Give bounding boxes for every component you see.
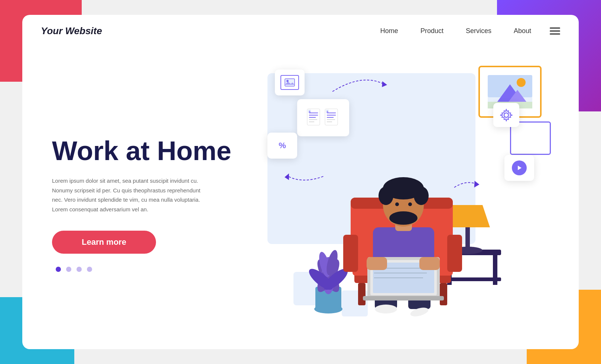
hero-title: Work at Home [52,136,238,166]
svg-point-26 [504,113,509,117]
gear-icon [500,108,513,122]
dot-2[interactable] [66,267,71,272]
hero-illustration: A A % [238,62,556,339]
svg-text:A: A [327,110,328,113]
hero-description: Lorem ipsum dolor sit amet, sea putant s… [52,176,212,214]
site-logo: Your Website [41,25,380,37]
svg-rect-7 [285,79,295,86]
svg-rect-34 [445,277,501,281]
nav-link-home[interactable]: Home [380,27,398,35]
svg-point-57 [375,305,397,313]
play-triangle-icon [516,165,523,171]
svg-rect-49 [440,283,447,305]
svg-rect-75 [367,257,387,270]
image-icon-box [280,75,299,90]
svg-rect-74 [363,296,444,300]
navbar: Your Website Home Product Services About [22,15,579,47]
float-card-image [275,69,305,95]
nav-links: Home Product Services About [380,27,531,35]
svg-rect-52 [343,235,358,272]
learn-more-button[interactable]: Learn more [52,231,156,254]
svg-rect-76 [419,257,440,270]
dot-4[interactable] [87,267,92,272]
play-button-circle [512,160,527,175]
svg-rect-36 [465,227,470,250]
hamburger-line-1 [550,27,560,29]
svg-text:A: A [309,110,311,113]
carousel-dots [56,267,238,272]
hero-left: Work at Home Lorem ipsum dolor sit amet,… [52,62,238,339]
nav-link-product[interactable]: Product [420,27,444,35]
dot-3[interactable] [77,267,82,272]
main-card: Your Website Home Product Services About… [22,15,579,349]
nav-link-about[interactable]: About [514,27,531,35]
dot-1[interactable] [56,267,61,272]
nav-link-services[interactable]: Services [466,27,491,35]
svg-point-63 [379,186,393,205]
svg-point-66 [395,202,399,206]
svg-point-65 [389,211,418,225]
content-area: Work at Home Lorem ipsum dolor sit amet,… [22,47,579,346]
svg-point-67 [408,202,412,206]
svg-marker-27 [518,166,522,170]
hamburger-line-2 [550,30,560,32]
image-placeholder-icon [284,78,295,87]
svg-rect-48 [358,283,366,305]
hamburger-line-3 [550,33,560,35]
svg-point-8 [286,80,289,82]
svg-rect-53 [447,235,462,272]
scene-illustration [282,123,512,331]
svg-point-2 [517,78,526,87]
svg-point-64 [414,186,429,205]
hamburger-menu[interactable] [550,27,560,35]
